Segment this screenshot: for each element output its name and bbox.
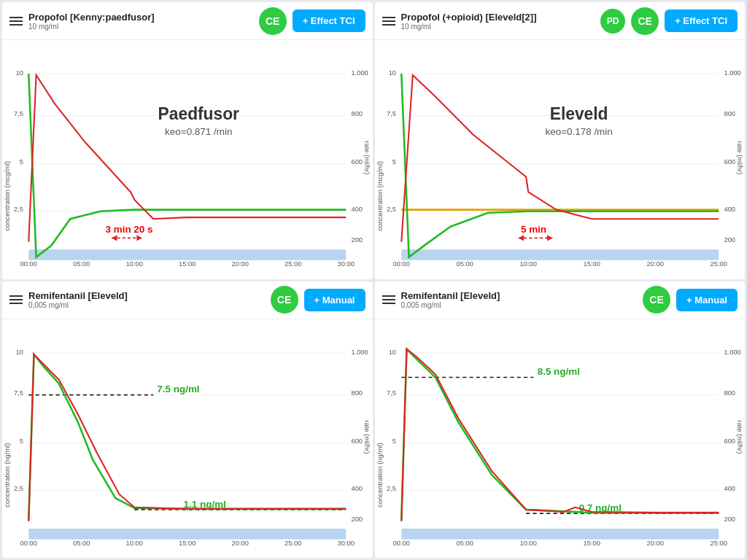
svg-text:10:00: 10:00 xyxy=(519,260,536,268)
drug-sub-top-left: 10 mg/ml xyxy=(28,23,253,31)
panel-bottom-left: Remifentanil [Eleveld] 0,005 mg/ml CE + … xyxy=(2,281,373,559)
menu-icon-top-right[interactable] xyxy=(382,17,395,26)
ce-badge-top-left[interactable]: CE xyxy=(259,7,287,35)
svg-text:400: 400 xyxy=(724,206,735,213)
svg-text:rate (ml/hr): rate (ml/hr) xyxy=(363,141,371,174)
svg-text:30:00: 30:00 xyxy=(338,260,355,268)
svg-text:05:00: 05:00 xyxy=(73,260,90,268)
panel-top-left: Propofol [Kenny:paedfusor] 10 mg/ml CE +… xyxy=(2,2,373,279)
svg-text:2,5: 2,5 xyxy=(387,206,396,213)
svg-text:400: 400 xyxy=(352,484,363,491)
svg-text:concentration (mcg/ml): concentration (mcg/ml) xyxy=(4,161,11,231)
pd-badge-top-right[interactable]: PD xyxy=(600,9,625,34)
svg-text:600: 600 xyxy=(724,437,735,444)
ce-badge-bottom-left[interactable]: CE xyxy=(271,286,298,314)
svg-rect-30 xyxy=(375,43,746,279)
chart-top-right: 10 7,5 5 2,5 1.000 800 600 400 200 00:00… xyxy=(375,40,746,279)
svg-text:10:00: 10:00 xyxy=(126,540,143,547)
svg-text:05:00: 05:00 xyxy=(456,540,473,547)
svg-text:1.1 ng/ml: 1.1 ng/ml xyxy=(184,498,226,509)
ce-badge-bottom-right[interactable]: CE xyxy=(643,286,670,314)
header-bottom-left: Remifentanil [Eleveld] 0,005 mg/ml CE + … xyxy=(2,281,373,319)
drug-sub-bottom-left: 0,005 mg/ml xyxy=(28,301,265,309)
svg-text:25:00: 25:00 xyxy=(710,540,727,547)
svg-text:10: 10 xyxy=(388,69,395,77)
svg-text:25:00: 25:00 xyxy=(285,260,301,268)
svg-text:15:00: 15:00 xyxy=(583,540,600,547)
svg-text:600: 600 xyxy=(724,158,735,166)
svg-text:600: 600 xyxy=(352,158,363,166)
panel-top-right: Propofol (+opioid) [Eleveld[2]] 10 mg/ml… xyxy=(375,2,746,279)
svg-text:15:00: 15:00 xyxy=(179,260,196,268)
chart-bottom-right: 10 7,5 5 2,5 1.000 800 600 400 200 00:00… xyxy=(375,319,746,559)
svg-text:1.000: 1.000 xyxy=(724,348,740,355)
svg-text:3 min 20 s: 3 min 20 s xyxy=(105,224,152,235)
drug-sub-top-right: 10 mg/ml xyxy=(401,23,595,31)
svg-text:25:00: 25:00 xyxy=(710,260,727,268)
svg-text:2,5: 2,5 xyxy=(387,484,396,491)
svg-text:30:00: 30:00 xyxy=(338,540,355,547)
drug-title-top-right: Propofol (+opioid) [Eleveld[2]] 10 mg/ml xyxy=(401,12,595,31)
svg-text:400: 400 xyxy=(352,206,363,213)
drug-title-bottom-right: Remifentanil [Eleveld] 0,005 mg/ml xyxy=(401,290,638,309)
svg-text:05:00: 05:00 xyxy=(73,540,90,547)
svg-text:600: 600 xyxy=(352,437,363,444)
svg-rect-102 xyxy=(401,529,719,540)
svg-text:5: 5 xyxy=(20,437,23,444)
svg-text:800: 800 xyxy=(724,389,735,396)
svg-text:10:00: 10:00 xyxy=(519,540,536,547)
svg-text:7,5: 7,5 xyxy=(14,389,23,396)
svg-text:00:00: 00:00 xyxy=(20,540,37,547)
drug-name-top-left: Propofol [Kenny:paedfusor] xyxy=(28,12,253,23)
menu-icon-bottom-left[interactable] xyxy=(9,295,23,304)
effect-tci-btn-top-right[interactable]: + Effect TCI xyxy=(665,9,738,32)
menu-icon-top-left[interactable] xyxy=(9,17,23,26)
header-top-left: Propofol [Kenny:paedfusor] 10 mg/ml CE +… xyxy=(2,2,373,40)
svg-text:15:00: 15:00 xyxy=(179,540,196,547)
svg-text:keo=0.871 /min: keo=0.871 /min xyxy=(165,126,232,137)
svg-text:1.000: 1.000 xyxy=(352,348,368,355)
svg-text:800: 800 xyxy=(352,389,363,396)
drug-sub-bottom-right: 0,005 mg/ml xyxy=(401,301,638,309)
effect-tci-btn-top-left[interactable]: + Effect TCI xyxy=(293,9,365,32)
svg-text:10: 10 xyxy=(16,348,23,355)
svg-text:200: 200 xyxy=(724,236,735,244)
svg-text:1.000: 1.000 xyxy=(352,69,368,77)
svg-text:00:00: 00:00 xyxy=(20,260,37,268)
svg-text:concentration (ng/ml): concentration (ng/ml) xyxy=(4,443,11,507)
manual-btn-bottom-right[interactable]: + Manual xyxy=(676,289,738,311)
svg-text:7.5 ng/ml: 7.5 ng/ml xyxy=(157,384,199,394)
svg-text:7,5: 7,5 xyxy=(387,389,396,396)
svg-text:keo=0.178 /min: keo=0.178 /min xyxy=(545,126,612,137)
svg-text:concentration (mcg/ml): concentration (mcg/ml) xyxy=(376,161,384,231)
manual-btn-bottom-left[interactable]: + Manual xyxy=(304,289,365,311)
svg-text:rate (ml/hr): rate (ml/hr) xyxy=(736,420,743,454)
svg-rect-0 xyxy=(2,43,373,279)
svg-text:800: 800 xyxy=(352,110,363,117)
svg-text:7,5: 7,5 xyxy=(14,110,23,117)
svg-text:Paedfusor: Paedfusor xyxy=(158,104,239,123)
svg-text:7,5: 7,5 xyxy=(387,110,396,117)
ce-badge-top-right[interactable]: CE xyxy=(631,7,659,35)
svg-text:5: 5 xyxy=(392,158,395,166)
drug-name-bottom-left: Remifentanil [Eleveld] xyxy=(28,290,265,301)
drug-title-top-left: Propofol [Kenny:paedfusor] 10 mg/ml xyxy=(28,12,253,31)
svg-text:2,5: 2,5 xyxy=(14,484,23,491)
svg-text:concentration (ng/ml): concentration (ng/ml) xyxy=(376,443,384,507)
svg-text:200: 200 xyxy=(352,236,363,244)
svg-text:2,5: 2,5 xyxy=(14,206,23,213)
svg-text:25:00: 25:00 xyxy=(285,540,301,547)
menu-icon-bottom-right[interactable] xyxy=(382,295,395,304)
svg-rect-44 xyxy=(401,249,719,260)
svg-text:5 min: 5 min xyxy=(520,224,546,235)
svg-text:1.000: 1.000 xyxy=(724,69,740,77)
svg-text:20:00: 20:00 xyxy=(646,260,663,268)
svg-text:rate (ml/hr): rate (ml/hr) xyxy=(363,420,371,454)
svg-rect-74 xyxy=(28,529,346,540)
svg-rect-14 xyxy=(28,249,346,260)
svg-text:20:00: 20:00 xyxy=(646,540,663,547)
svg-text:00:00: 00:00 xyxy=(392,540,409,547)
svg-text:10:00: 10:00 xyxy=(126,260,143,268)
drug-name-bottom-right: Remifentanil [Eleveld] xyxy=(401,290,638,301)
svg-text:20:00: 20:00 xyxy=(232,260,249,268)
